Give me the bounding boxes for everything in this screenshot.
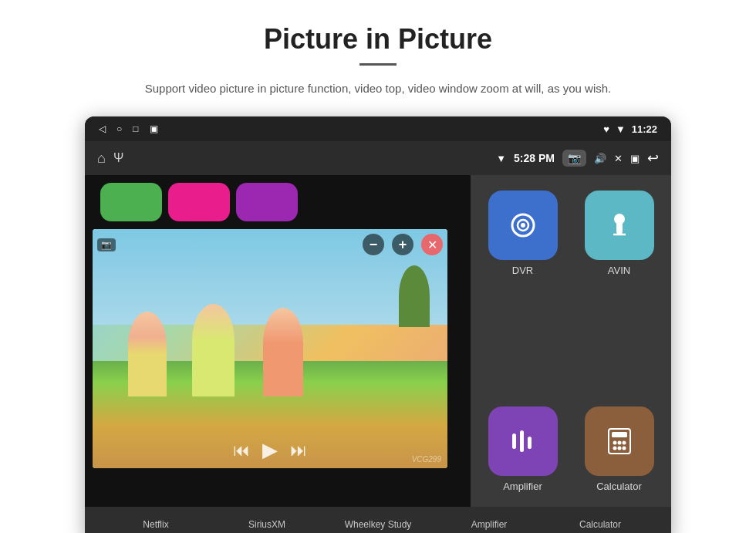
page-container: Picture in Picture Support video picture… bbox=[0, 0, 756, 533]
top-app-icons-row bbox=[100, 183, 463, 221]
page-subtitle: Support video picture in picture functio… bbox=[145, 79, 611, 98]
home-button[interactable]: ⌂ bbox=[97, 150, 106, 167]
title-divider bbox=[359, 63, 397, 66]
wifi-appbar-icon: ▼ bbox=[496, 153, 506, 164]
pip-grow-button[interactable]: + bbox=[392, 234, 413, 255]
app-grid-item-calculator[interactable]: Calculator bbox=[575, 399, 663, 499]
svg-rect-6 bbox=[512, 433, 516, 449]
back-nav-icon[interactable]: ◁ bbox=[99, 123, 106, 134]
calculator-label: Calculator bbox=[596, 481, 642, 492]
app-grid-item-avin[interactable]: AVIN bbox=[575, 183, 663, 283]
pip-shrink-button[interactable]: − bbox=[363, 234, 384, 255]
wifi-status-icon: ▼ bbox=[616, 123, 626, 135]
close-appbar-icon[interactable]: ✕ bbox=[614, 153, 623, 164]
svg-rect-7 bbox=[520, 430, 524, 452]
window-appbar-icon[interactable]: ▣ bbox=[630, 153, 640, 164]
dvr-icon bbox=[488, 191, 558, 260]
home-nav-icon[interactable]: ○ bbox=[116, 123, 122, 134]
volume-icon[interactable]: 🔊 bbox=[594, 153, 606, 164]
bottom-label-netflix[interactable]: Netflix bbox=[100, 519, 211, 530]
app-grid-item-dvr[interactable]: DVR bbox=[478, 183, 567, 283]
svg-point-13 bbox=[622, 440, 626, 444]
pip-resize-controls: − + ✕ bbox=[363, 234, 443, 255]
app-grid-item-empty2 bbox=[575, 291, 663, 391]
top-app-icon-green[interactable] bbox=[100, 183, 162, 221]
pip-video-content bbox=[93, 229, 447, 468]
app-bar-right: ▼ 5:28 PM 📷 🔊 ✕ ▣ ↩ bbox=[496, 150, 659, 167]
bottom-label-wheelkey[interactable]: Wheelkey Study bbox=[322, 519, 434, 530]
pip-controls-bar: 📷 − + ✕ bbox=[97, 234, 443, 255]
top-app-icon-purple[interactable] bbox=[236, 183, 298, 221]
svg-rect-8 bbox=[528, 437, 532, 449]
svg-point-14 bbox=[613, 446, 616, 450]
status-bar-left: ◁ ○ □ ▣ bbox=[99, 123, 158, 134]
dvr-label: DVR bbox=[512, 265, 533, 276]
device-frame: ◁ ○ □ ▣ ♥ ▼ 11:22 ⌂ Ψ ▼ 5:28 PM 📷 🔊 bbox=[85, 116, 671, 533]
screenshot-nav-icon[interactable]: ▣ bbox=[150, 123, 158, 134]
svg-point-2 bbox=[521, 223, 525, 228]
app-grid: DVR AVIN bbox=[471, 175, 671, 507]
avin-icon bbox=[585, 191, 654, 260]
amplifier-label: Amplifier bbox=[503, 481, 542, 492]
status-bar-right: ♥ ▼ 11:22 bbox=[603, 123, 657, 135]
pip-camera-indicator: 📷 bbox=[97, 238, 116, 251]
status-time: 11:22 bbox=[632, 123, 657, 135]
svg-point-12 bbox=[617, 440, 621, 444]
pip-video-window[interactable]: 📷 − + ✕ ⏮ ▶ ⏭ VCG299 bbox=[93, 229, 447, 468]
app-bar-time: 5:28 PM bbox=[514, 152, 555, 164]
bottom-labels-bar: Netflix SiriusXM Wheelkey Study Amplifie… bbox=[85, 507, 671, 533]
bottom-label-calculator[interactable]: Calculator bbox=[545, 519, 656, 530]
status-bar: ◁ ○ □ ▣ ♥ ▼ 11:22 bbox=[85, 116, 671, 141]
svg-point-11 bbox=[613, 440, 616, 444]
calculator-icon bbox=[585, 406, 654, 476]
recents-nav-icon[interactable]: □ bbox=[133, 123, 138, 134]
pip-play-button[interactable]: ▶ bbox=[262, 438, 278, 462]
svg-rect-10 bbox=[612, 432, 627, 437]
bottom-label-amplifier[interactable]: Amplifier bbox=[434, 519, 545, 530]
location-icon: ♥ bbox=[603, 123, 609, 135]
svg-point-16 bbox=[622, 446, 626, 450]
avin-label: AVIN bbox=[608, 265, 630, 276]
amplifier-icon bbox=[488, 406, 558, 476]
app-grid-item-amplifier[interactable]: Amplifier bbox=[478, 399, 567, 499]
top-app-icon-pink[interactable] bbox=[168, 183, 230, 221]
app-bar-left: ⌂ Ψ bbox=[97, 150, 123, 167]
pip-area: 📷 − + ✕ ⏮ ▶ ⏭ VCG299 bbox=[85, 175, 471, 507]
page-title: Picture in Picture bbox=[264, 23, 492, 56]
camera-appbar-button[interactable]: 📷 bbox=[562, 150, 586, 167]
usb-icon: Ψ bbox=[113, 151, 123, 165]
pip-prev-button[interactable]: ⏮ bbox=[233, 440, 250, 460]
svg-point-15 bbox=[617, 446, 621, 450]
back-appbar-button[interactable]: ↩ bbox=[647, 150, 659, 167]
app-bar: ⌂ Ψ ▼ 5:28 PM 📷 🔊 ✕ ▣ ↩ bbox=[85, 141, 671, 175]
watermark: VCG299 bbox=[412, 455, 441, 464]
bottom-label-siriusxm[interactable]: SiriusXM bbox=[211, 519, 322, 530]
svg-rect-4 bbox=[616, 219, 623, 234]
pip-close-button[interactable]: ✕ bbox=[421, 234, 443, 255]
pip-next-button[interactable]: ⏭ bbox=[290, 440, 307, 460]
pip-playback-controls: ⏮ ▶ ⏭ bbox=[233, 438, 307, 462]
main-content: 📷 − + ✕ ⏮ ▶ ⏭ VCG299 bbox=[85, 175, 671, 507]
app-grid-item-empty1 bbox=[478, 291, 567, 391]
